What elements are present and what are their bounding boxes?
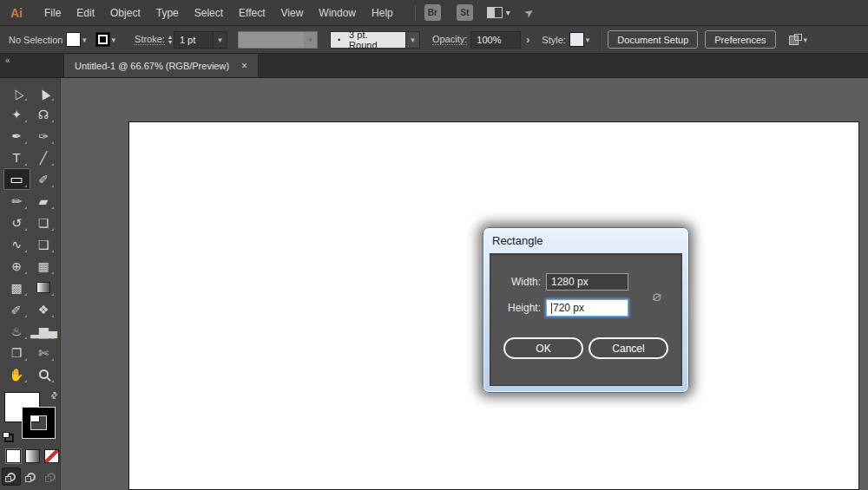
opacity-value[interactable]: 100%	[470, 31, 521, 49]
menu-bar-separator	[415, 5, 416, 21]
slice-tool-icon: ✄	[38, 347, 49, 359]
opacity-arrow-icon[interactable]: ›	[521, 34, 535, 46]
menu-items: FileEditObjectTypeSelectEffectViewWindow…	[36, 0, 401, 26]
tab-bar: « Untitled-1 @ 66.67% (RGB/Preview) ×	[0, 54, 868, 78]
document-tab[interactable]: Untitled-1 @ 66.67% (RGB/Preview) ×	[63, 54, 259, 77]
rectangle-tool-icon: ▭	[10, 173, 23, 186]
swap-fill-stroke-icon[interactable]: ⇄	[48, 389, 60, 402]
pasteboard[interactable]	[61, 78, 868, 490]
brush-definition-value: 3 pt. Round	[349, 29, 397, 50]
draw-normal-button[interactable]	[3, 468, 20, 485]
line-tool-icon: ╱	[40, 152, 47, 164]
tool-column-graph[interactable]: ▂▆▄	[30, 320, 57, 342]
draw-mode-row	[0, 463, 60, 485]
stroke-weight-chevron-icon[interactable]: ▾	[214, 31, 227, 49]
tool-hand[interactable]: ✋	[3, 363, 30, 385]
style-chevron-icon[interactable]: ▾	[584, 36, 594, 44]
menu-item-file[interactable]: File	[36, 0, 69, 26]
tool-symbol-sprayer[interactable]: ♨	[3, 320, 30, 342]
stroke-weight-value[interactable]: 1 pt	[174, 31, 214, 49]
ok-button[interactable]: OK	[503, 337, 583, 359]
tool-lasso[interactable]: ☊	[30, 103, 57, 125]
tool-slice[interactable]: ✄	[30, 342, 57, 363]
brush-definition-select[interactable]: • 3 pt. Round	[330, 31, 406, 49]
fill-color-swatch[interactable]	[66, 32, 81, 47]
fill-chevron-down-icon[interactable]: ▾	[81, 36, 90, 44]
tool-gradient[interactable]	[30, 277, 57, 298]
tool-paintbrush[interactable]: ✐	[30, 168, 57, 190]
tool-artboard[interactable]: ❐	[3, 342, 30, 363]
menu-item-view[interactable]: View	[273, 0, 312, 26]
menu-item-effect[interactable]: Effect	[231, 0, 273, 26]
tool-line-segment[interactable]: ╱	[30, 147, 57, 168]
tool-type[interactable]: T	[3, 147, 30, 168]
tool-rotate[interactable]: ↺	[3, 212, 30, 233]
tool-zoom[interactable]	[30, 363, 57, 385]
arrange-chevron-icon[interactable]: ▾	[802, 36, 812, 44]
paintbrush-tool-icon: ✐	[38, 173, 49, 186]
height-input[interactable]	[546, 299, 628, 317]
workspace-switcher-icon[interactable]	[487, 7, 503, 18]
tool-shape-builder[interactable]: ⊕	[3, 255, 30, 277]
stepper-down-icon[interactable]: ▾	[168, 40, 172, 45]
tool-eraser[interactable]: ▰	[30, 190, 57, 212]
stroke-weight-stepper[interactable]: ▴ ▾	[168, 35, 172, 45]
style-swatch[interactable]	[569, 32, 584, 47]
height-label: Height:	[501, 302, 541, 314]
tool-mesh[interactable]: ▩	[3, 277, 30, 298]
draw-inside-button[interactable]	[43, 468, 60, 485]
preferences-button[interactable]: Preferences	[705, 30, 775, 49]
illustrator-logo: Ai	[3, 3, 30, 23]
menu-item-window[interactable]: Window	[311, 0, 364, 26]
tool-perspective-grid[interactable]: ▦	[30, 255, 57, 277]
dialog-content: Width: Height: ⌀ OK Cancel	[490, 253, 682, 386]
tool-curvature[interactable]: ✑	[30, 125, 57, 147]
toolbar-collapse-control[interactable]: «	[0, 54, 61, 77]
menu-item-edit[interactable]: Edit	[69, 0, 102, 26]
stroke-swatch[interactable]	[23, 408, 55, 438]
tool-width[interactable]: ∿	[3, 233, 30, 255]
stock-button[interactable]: St	[457, 4, 473, 21]
selection-status: No Selection	[9, 35, 66, 45]
width-input[interactable]	[546, 273, 628, 291]
gradient-tool-icon	[36, 282, 50, 293]
draw-normal-icon	[7, 473, 16, 481]
menu-item-select[interactable]: Select	[187, 0, 231, 26]
arrange-icon[interactable]	[788, 34, 802, 46]
opacity-panel-link[interactable]: Opacity:	[432, 34, 467, 45]
tool-magic-wand[interactable]: ✦	[3, 103, 30, 125]
tool-direct-selection[interactable]: ▲	[30, 82, 57, 103]
tool-selection[interactable]: △	[3, 82, 30, 103]
tool-pen[interactable]: ✒	[3, 125, 30, 147]
chevron-down-icon[interactable]: ▾	[506, 8, 510, 17]
none-button[interactable]	[44, 449, 59, 463]
draw-behind-button[interactable]	[23, 468, 40, 485]
document-setup-button[interactable]: Document Setup	[608, 30, 698, 49]
artboard-tool-icon: ❐	[11, 347, 23, 359]
tool-free-transform[interactable]: ❑	[30, 233, 57, 255]
menu-item-object[interactable]: Object	[102, 0, 148, 26]
tools-grid: △▲✦☊✒✑T╱▭✐✏▰↺❏∿❑⊕▦▩✎❖♨▂▆▄❐✄✋	[0, 82, 60, 385]
tool-rectangle[interactable]: ▭	[3, 168, 30, 190]
brush-chevron-icon[interactable]: ▾	[406, 31, 420, 49]
scale-tool-icon: ❏	[38, 217, 49, 229]
tool-pencil[interactable]: ✏	[3, 190, 30, 212]
zoom-tool-icon	[39, 369, 49, 379]
eraser-tool-icon: ▰	[39, 195, 49, 207]
bridge-button[interactable]: Br	[424, 4, 441, 21]
menu-item-type[interactable]: Type	[148, 0, 187, 26]
tab-close-icon[interactable]: ×	[241, 60, 247, 72]
menu-item-help[interactable]: Help	[364, 0, 401, 26]
stroke-panel-link[interactable]: Stroke:	[135, 34, 165, 45]
share-icon[interactable]: ➤	[521, 4, 536, 21]
gradient-button[interactable]	[25, 449, 40, 463]
color-button[interactable]	[6, 449, 21, 463]
cancel-button[interactable]: Cancel	[589, 337, 668, 359]
default-fill-stroke-icon[interactable]	[3, 432, 14, 442]
tool-scale[interactable]: ❏	[30, 212, 57, 233]
style-label: Style:	[542, 35, 566, 45]
tool-eyedropper[interactable]: ✎	[3, 298, 30, 320]
stroke-color-swatch[interactable]	[95, 32, 110, 47]
stroke-chevron-down-icon[interactable]: ▾	[110, 36, 120, 44]
tool-blend[interactable]: ❖	[30, 298, 57, 320]
